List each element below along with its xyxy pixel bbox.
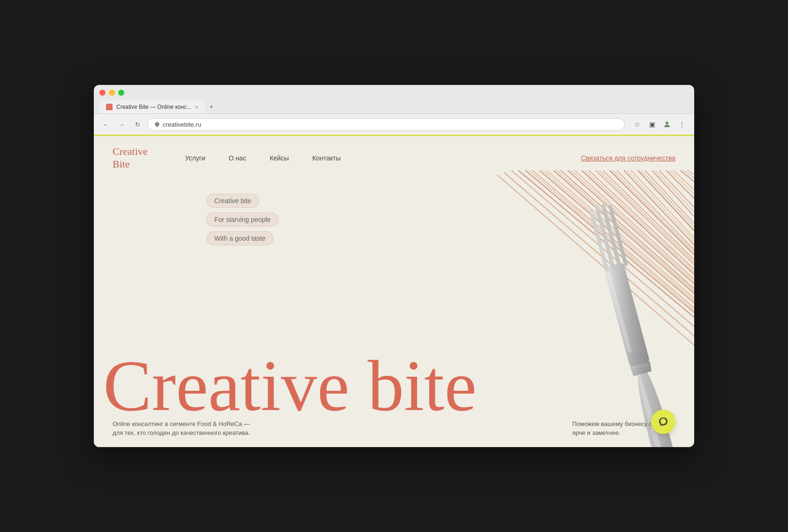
traffic-light-red[interactable]	[99, 90, 106, 96]
browser-chrome: Creative Bite — Online конс... × +	[94, 85, 694, 114]
profile-button[interactable]	[660, 118, 674, 131]
tab-title: Creative Bite — Online конс...	[116, 104, 191, 110]
svg-point-0	[666, 122, 668, 124]
hero-section: Creative bite For starving people With a…	[94, 180, 694, 447]
refresh-button[interactable]: ↻	[131, 118, 144, 130]
nav-contact-link[interactable]: Связаться для сотрудничества	[581, 154, 675, 162]
hero-bottom-text: Online консалтинг в сегменте Food & HoRe…	[94, 419, 694, 438]
site-logo: Creative Bite	[113, 145, 148, 170]
browser-window: Creative Bite — Online конс... × + ← → ↻…	[94, 85, 694, 447]
bookmark-button[interactable]: ☆	[630, 118, 644, 131]
security-icon	[154, 122, 160, 127]
tab-favicon	[106, 104, 113, 110]
sidebar-button[interactable]: ▣	[645, 118, 659, 131]
chat-icon	[658, 416, 669, 427]
new-tab-button[interactable]: +	[205, 99, 218, 114]
url-text: creativebite.ru	[163, 121, 201, 128]
site-navigation: Creative Bite Услуги О нас Кейсы Контакт…	[94, 136, 694, 180]
traffic-light-yellow[interactable]	[109, 90, 115, 96]
website-content: Creative Bite Услуги О нас Кейсы Контакт…	[94, 136, 694, 447]
chat-button[interactable]	[651, 410, 675, 434]
tab-active[interactable]: Creative Bite — Online конс... ×	[99, 100, 205, 114]
forward-button[interactable]: →	[115, 118, 128, 130]
pill-good-taste: With a good taste	[206, 231, 273, 245]
address-field[interactable]: creativebite.ru	[147, 118, 625, 131]
nav-item-services[interactable]: Услуги	[185, 154, 205, 162]
hero-illustration	[394, 170, 694, 447]
pill-for-starving: For starving people	[206, 213, 279, 227]
browser-actions: ☆ ▣ ⋮	[630, 118, 689, 131]
tab-bar: Creative Bite — Online конс... × +	[99, 99, 689, 114]
back-button[interactable]: ←	[99, 118, 112, 130]
traffic-light-green[interactable]	[118, 90, 124, 96]
traffic-lights	[99, 90, 689, 96]
nav-item-about[interactable]: О нас	[229, 154, 246, 162]
profile-icon	[663, 120, 671, 129]
address-bar-row: ← → ↻ creativebite.ru ☆ ▣ ⋮	[94, 114, 694, 135]
nav-item-contacts[interactable]: Контакты	[312, 154, 341, 162]
hero-desc-left: Online консалтинг в сегменте Food & HoRe…	[113, 419, 253, 438]
nav-item-cases[interactable]: Кейсы	[270, 154, 289, 162]
tab-close-button[interactable]: ×	[195, 104, 198, 110]
pill-creative-bite: Creative bite	[206, 194, 259, 208]
nav-links: Услуги О нас Кейсы Контакты	[185, 154, 581, 162]
menu-button[interactable]: ⋮	[675, 118, 689, 131]
